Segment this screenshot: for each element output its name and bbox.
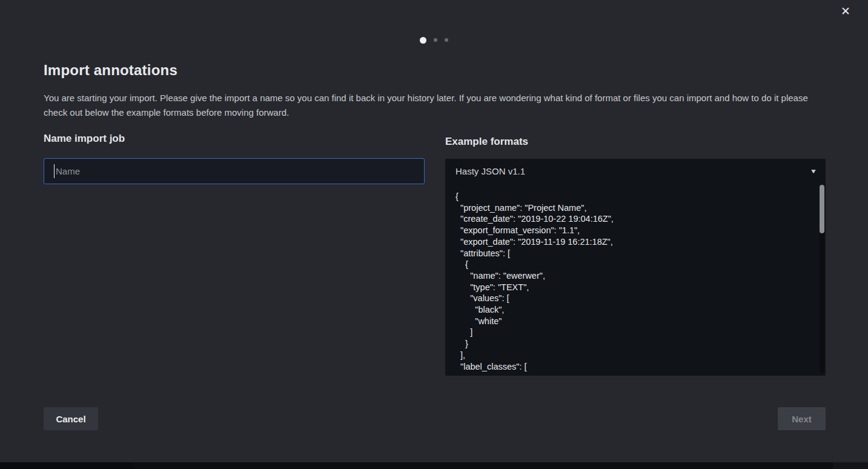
cancel-button[interactable]: Cancel <box>44 407 98 430</box>
format-dropdown[interactable]: Hasty JSON v1.1 ▼ <box>445 159 826 184</box>
text-cursor <box>54 164 55 178</box>
page-title: Import annotations <box>44 62 177 79</box>
scrollbar-thumb[interactable] <box>820 185 824 233</box>
example-formats-heading: Example formats <box>445 136 528 148</box>
name-import-job-heading: Name import job <box>44 133 125 145</box>
page-description: You are starting your import. Please giv… <box>44 91 826 120</box>
underlying-app-segment <box>833 462 868 469</box>
underlying-app-strip <box>0 462 868 469</box>
format-dropdown-value: Hasty JSON v1.1 <box>456 166 525 176</box>
close-icon[interactable]: ✕ <box>838 4 853 19</box>
import-name-input[interactable] <box>44 158 425 184</box>
step-dot <box>445 38 448 42</box>
underlying-app-segment <box>0 462 133 469</box>
step-dot <box>434 38 437 42</box>
example-formats-panel: Hasty JSON v1.1 ▼ { "project_name": "Pro… <box>445 159 826 376</box>
next-button[interactable]: Next <box>778 407 826 430</box>
scrollbar-track[interactable] <box>820 185 824 373</box>
code-block: { "project_name": "Project Name", "creat… <box>445 191 815 373</box>
chevron-down-icon: ▼ <box>810 168 817 175</box>
name-input-wrap <box>44 158 425 184</box>
step-indicator <box>0 35 868 45</box>
step-dot <box>420 37 426 44</box>
